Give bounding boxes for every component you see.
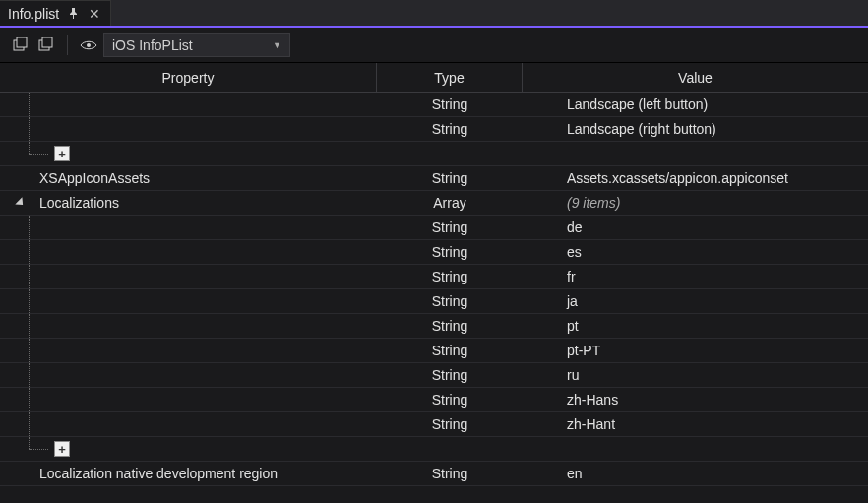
property-cell <box>0 314 377 338</box>
property-cell <box>0 93 377 116</box>
type-cell: String <box>377 216 523 239</box>
table-row[interactable]: String zh-Hant <box>0 412 868 437</box>
tab-info-plist[interactable]: Info.plist ✕ <box>0 0 111 26</box>
column-header-type[interactable]: Type <box>377 63 523 92</box>
type-cell: Array <box>377 191 523 215</box>
type-cell: String <box>377 240 523 264</box>
pin-icon[interactable] <box>65 6 81 22</box>
property-cell: Localizations <box>0 191 377 215</box>
table-row[interactable]: String es <box>0 240 868 265</box>
table-row[interactable]: String Landscape (right button) <box>0 117 868 142</box>
table-row[interactable]: String de <box>0 216 868 240</box>
value-cell[interactable]: pt <box>523 314 868 338</box>
value-cell[interactable]: Assets.xcassets/appicon.appiconset <box>523 166 868 190</box>
property-cell: XSAppIconAssets <box>0 166 377 190</box>
column-headers: Property Type Value <box>0 63 868 93</box>
table-row[interactable]: Localizations Array (9 items) <box>0 191 868 216</box>
property-cell <box>0 363 377 387</box>
value-cell[interactable]: Landscape (left button) <box>523 93 868 116</box>
value-cell <box>523 142 868 165</box>
column-header-property[interactable]: Property <box>0 63 377 92</box>
value-cell[interactable]: zh-Hant <box>523 412 868 436</box>
value-cell: (9 items) <box>523 191 868 215</box>
property-text: Localization native development region <box>39 466 278 481</box>
value-cell <box>523 437 868 461</box>
scope-dropdown[interactable]: iOS InfoPList ▼ <box>103 33 290 57</box>
table-row[interactable]: String fr <box>0 265 868 289</box>
table-row[interactable]: String Landscape (left button) <box>0 93 868 117</box>
toolbar: iOS InfoPList ▼ <box>0 28 868 63</box>
property-cell <box>0 339 377 362</box>
table-row[interactable]: + <box>0 142 868 166</box>
value-cell[interactable]: ja <box>523 289 868 313</box>
type-cell: String <box>377 462 523 485</box>
column-header-value[interactable]: Value <box>523 63 868 92</box>
property-cell <box>0 289 377 313</box>
expand-caret-icon[interactable] <box>15 197 26 208</box>
property-cell <box>0 388 377 411</box>
property-text: XSAppIconAssets <box>39 170 150 186</box>
type-cell <box>377 142 523 165</box>
type-cell <box>377 437 523 461</box>
type-cell: String <box>377 265 523 288</box>
property-text: Localizations <box>39 195 119 211</box>
table-row[interactable]: String pt <box>0 314 868 339</box>
toolbar-separator <box>67 35 68 55</box>
tab-title: Info.plist <box>8 6 59 22</box>
property-cell <box>0 240 377 264</box>
type-cell: String <box>377 339 523 362</box>
value-cell[interactable]: ru <box>523 363 868 387</box>
property-cell: + <box>0 142 377 165</box>
type-cell: String <box>377 289 523 313</box>
property-cell <box>0 265 377 288</box>
collapse-all-button[interactable] <box>35 34 57 56</box>
svg-rect-1 <box>17 37 27 47</box>
plist-rows: String Landscape (left button) String La… <box>0 93 868 486</box>
type-cell: String <box>377 363 523 387</box>
property-cell: Localization native development region <box>0 462 377 485</box>
svg-point-4 <box>87 43 91 47</box>
property-cell <box>0 216 377 239</box>
value-cell[interactable]: en <box>523 462 868 485</box>
table-row[interactable]: Localization native development region S… <box>0 462 868 486</box>
table-row[interactable]: XSAppIconAssets String Assets.xcassets/a… <box>0 166 868 191</box>
close-icon[interactable]: ✕ <box>87 6 102 22</box>
type-cell: String <box>377 93 523 116</box>
view-toggle-button[interactable] <box>78 34 99 56</box>
property-cell: + <box>0 437 377 461</box>
svg-rect-3 <box>42 37 52 47</box>
value-cell[interactable]: zh-Hans <box>523 388 868 411</box>
type-cell: String <box>377 388 523 411</box>
table-row[interactable]: + <box>0 437 868 462</box>
value-cell[interactable]: pt-PT <box>523 339 868 362</box>
type-cell: String <box>377 314 523 338</box>
type-cell: String <box>377 412 523 436</box>
value-cell[interactable]: es <box>523 240 868 264</box>
add-row-button[interactable]: + <box>54 146 70 161</box>
table-row[interactable]: String pt-PT <box>0 339 868 363</box>
value-cell[interactable]: fr <box>523 265 868 288</box>
value-cell[interactable]: de <box>523 216 868 239</box>
scope-dropdown-label: iOS InfoPList <box>112 37 193 53</box>
tab-bar: Info.plist ✕ <box>0 0 868 28</box>
property-cell <box>0 117 377 141</box>
table-row[interactable]: String ja <box>0 289 868 314</box>
table-row[interactable]: String zh-Hans <box>0 388 868 412</box>
chevron-down-icon: ▼ <box>273 40 281 50</box>
expand-all-button[interactable] <box>10 34 31 56</box>
property-cell <box>0 412 377 436</box>
table-row[interactable]: String ru <box>0 363 868 388</box>
value-cell[interactable]: Landscape (right button) <box>523 117 868 141</box>
add-row-button[interactable]: + <box>54 441 70 457</box>
type-cell: String <box>377 166 523 190</box>
type-cell: String <box>377 117 523 141</box>
